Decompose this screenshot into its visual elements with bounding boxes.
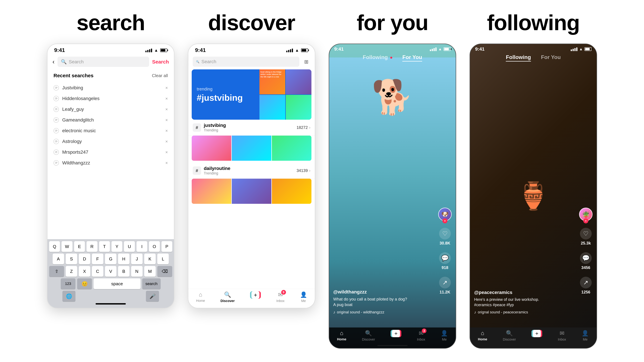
key-f[interactable]: F	[92, 254, 103, 264]
key-p[interactable]: P	[162, 241, 172, 252]
key-q[interactable]: Q	[49, 241, 60, 252]
nav-home-following[interactable]: ⌂ Home	[478, 330, 487, 341]
list-item[interactable]: ⟳ electronic music ×	[54, 125, 168, 136]
foryou-tab[interactable]: For You	[402, 54, 422, 61]
key-w[interactable]: W	[62, 241, 72, 252]
nav-home-foryou[interactable]: ⌂ Home	[337, 330, 346, 341]
discover-phone: 9:41 ▲ 🔍 Se	[188, 43, 315, 308]
key-h[interactable]: H	[118, 254, 130, 264]
back-button[interactable]: ‹	[52, 58, 54, 65]
backspace-key[interactable]: ⌫	[157, 266, 172, 277]
nav-create-following[interactable]: +	[532, 330, 542, 341]
nav-discover-following[interactable]: 🔍 Discover	[503, 330, 516, 341]
key-a[interactable]: A	[53, 254, 64, 264]
nav-me-foryou[interactable]: 👤 Me	[441, 330, 448, 341]
key-r[interactable]: R	[86, 241, 97, 252]
trending-hashtag: #justvibing	[197, 93, 243, 103]
key-k[interactable]: K	[144, 254, 156, 264]
key-x[interactable]: X	[79, 266, 90, 277]
trending-banner[interactable]: trending #justvibing food vibing in the …	[192, 69, 312, 120]
remove-item-button[interactable]: ×	[165, 96, 168, 101]
following-follow-button[interactable]: +	[583, 218, 588, 223]
list-item[interactable]: ⟳ Mrsports247 ×	[54, 147, 168, 158]
discover-search-placeholder[interactable]: Search	[202, 59, 216, 64]
remove-item-button[interactable]: ×	[165, 139, 168, 144]
remove-item-button[interactable]: ×	[165, 160, 168, 166]
profile-icon-dark: 👤	[441, 330, 448, 337]
key-g[interactable]: G	[105, 254, 116, 264]
key-l[interactable]: L	[157, 254, 169, 264]
following-like-action[interactable]: ♡ 25.3k	[580, 228, 592, 246]
list-item[interactable]: ⟳ Wildthangzzz ×	[54, 158, 168, 168]
key-b[interactable]: B	[118, 266, 130, 277]
discover-search-input[interactable]: 🔍 Search	[193, 57, 299, 67]
key-z[interactable]: Z	[66, 266, 77, 277]
following-tab[interactable]: Following	[363, 54, 392, 61]
expand-icon[interactable]: ⊞	[302, 57, 310, 66]
list-item[interactable]: ⟳ Astrology ×	[54, 136, 168, 147]
nav-me[interactable]: 👤 Me	[300, 291, 307, 303]
nav-discover-foryou[interactable]: 🔍 Discover	[362, 330, 375, 341]
clear-all-button[interactable]: Clear all	[152, 73, 168, 78]
like-action[interactable]: ♡ 30.8K	[439, 228, 451, 246]
emoji-key[interactable]: 😊	[77, 278, 92, 289]
key-c[interactable]: C	[92, 266, 103, 277]
key-u[interactable]: U	[124, 241, 135, 252]
following-shares-count: 1256	[581, 290, 590, 295]
following-share-action[interactable]: ↗ 1256	[580, 277, 592, 295]
hashtag-row-1[interactable]: # justvibing Trending 18272 ›	[188, 120, 315, 136]
status-bar: 9:41 ▲	[48, 44, 174, 55]
hashtag-status-1: Trending	[204, 128, 296, 132]
following-tab-active[interactable]: Following	[506, 54, 531, 61]
search-button[interactable]: Search	[152, 59, 169, 65]
list-item[interactable]: ⟳ Leafy_guy ×	[54, 104, 168, 115]
remove-item-button[interactable]: ×	[165, 85, 168, 90]
key-n[interactable]: N	[131, 266, 142, 277]
key-i[interactable]: I	[136, 241, 147, 252]
nav-inbox-foryou[interactable]: ✉ 3 Inbox	[417, 330, 425, 341]
foryou-tab-following[interactable]: For You	[541, 54, 561, 61]
remove-item-button[interactable]: ×	[165, 117, 168, 123]
create-icon-following: +	[532, 330, 542, 337]
key-e[interactable]: E	[74, 241, 85, 252]
nav-home[interactable]: ⌂ Home	[196, 291, 205, 303]
nav-inbox[interactable]: ✉ 9 Inbox	[276, 291, 284, 303]
following-title: following	[487, 10, 580, 35]
globe-key[interactable]: 🌐	[62, 291, 76, 302]
numbers-key[interactable]: 123	[61, 278, 76, 289]
search-header: ‹ 🔍 Search Search	[48, 55, 174, 69]
nav-create-foryou[interactable]: +	[390, 330, 401, 341]
shift-key[interactable]: ⇧	[49, 266, 64, 277]
following-comment-action[interactable]: 💬 3456	[580, 252, 592, 270]
key-o[interactable]: O	[149, 241, 160, 252]
hashtag-row-2[interactable]: # dailyroutine Trending 34139 ›	[188, 163, 315, 179]
key-y[interactable]: Y	[112, 241, 122, 252]
key-t[interactable]: T	[99, 241, 110, 252]
space-key[interactable]: space	[94, 278, 140, 289]
remove-item-button[interactable]: ×	[165, 128, 168, 133]
nav-discover[interactable]: 🔍 Discover	[220, 291, 235, 303]
search-input-container[interactable]: 🔍 Search	[58, 57, 149, 67]
key-m[interactable]: M	[144, 266, 156, 277]
follow-button[interactable]: +	[442, 218, 448, 223]
list-item[interactable]: ⟳ Gameandglitch ×	[54, 115, 168, 125]
key-d[interactable]: D	[79, 254, 90, 264]
list-item[interactable]: ⟳ Hiddenlosangeles ×	[54, 93, 168, 104]
key-j[interactable]: J	[131, 254, 142, 264]
search-input[interactable]: Search	[69, 59, 146, 64]
share-action[interactable]: ↗ 11.2K	[439, 277, 451, 295]
key-s[interactable]: S	[66, 254, 77, 264]
following-status-bar: 9:41 ▲	[475, 46, 592, 52]
nav-me-following[interactable]: 👤 Me	[582, 330, 589, 341]
grid-image-food	[192, 179, 231, 204]
remove-item-button[interactable]: ×	[165, 150, 168, 155]
list-item[interactable]: ⟳ Justvibing ×	[54, 82, 168, 93]
nav-inbox-following[interactable]: ✉ Inbox	[558, 330, 566, 341]
microphone-key[interactable]: 🎤	[146, 291, 159, 302]
key-v[interactable]: V	[105, 266, 116, 277]
foryou-wifi-icon: ▲	[438, 47, 442, 51]
search-key[interactable]: search	[142, 278, 161, 289]
comment-action[interactable]: 💬 918	[439, 252, 451, 270]
remove-item-button[interactable]: ×	[165, 107, 168, 112]
nav-create[interactable]: +	[250, 291, 261, 303]
